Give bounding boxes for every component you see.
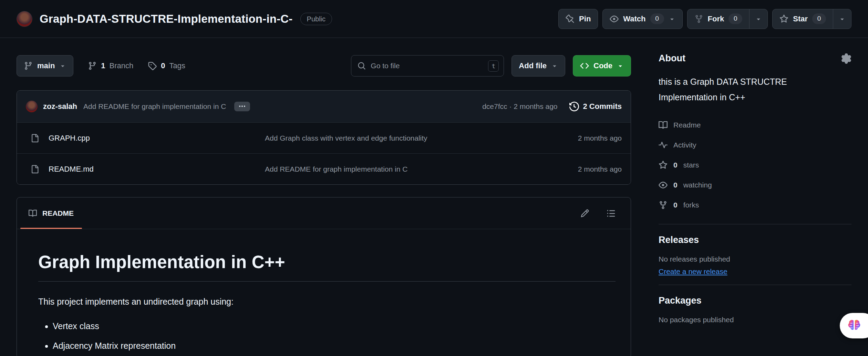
readme-content: Graph Implementation in C++ This project… bbox=[17, 229, 631, 356]
code-label: Code bbox=[593, 61, 612, 70]
commit-author[interactable]: zoz-salah bbox=[43, 102, 77, 111]
star-dropdown-button[interactable] bbox=[833, 9, 851, 29]
file-commit-time: 2 months ago bbox=[560, 165, 622, 173]
git-branch-icon bbox=[24, 61, 33, 70]
code-button[interactable]: Code bbox=[573, 55, 631, 77]
watch-button[interactable]: Watch 0 bbox=[602, 9, 682, 29]
sidebar-item-stars[interactable]: 0 stars bbox=[659, 155, 851, 175]
file-icon bbox=[31, 165, 39, 173]
commit-meta[interactable]: dce7fcc · 2 months ago bbox=[482, 102, 557, 111]
packages-empty-text: No packages published bbox=[659, 316, 851, 324]
eye-icon bbox=[610, 14, 619, 23]
list-unordered-icon bbox=[607, 209, 616, 218]
branches-label: Branch bbox=[110, 61, 134, 70]
pulse-icon bbox=[659, 141, 668, 150]
star-icon bbox=[779, 14, 788, 23]
star-label: Star bbox=[793, 14, 808, 23]
shortcut-key-hint: t bbox=[488, 60, 499, 72]
go-to-file-input[interactable] bbox=[371, 62, 488, 70]
edit-about-button[interactable] bbox=[841, 53, 851, 64]
repo-header: Graph-DATA-STRUCTRE-Implementation-in-C-… bbox=[0, 0, 868, 38]
book-icon bbox=[659, 121, 668, 130]
fork-label: Fork bbox=[708, 14, 724, 23]
divider bbox=[659, 224, 851, 224]
gear-icon bbox=[841, 53, 851, 64]
visibility-badge: Public bbox=[300, 13, 332, 25]
releases-empty-text: No releases published bbox=[659, 255, 851, 263]
commit-history-link[interactable]: 2 Commits bbox=[569, 102, 622, 111]
go-to-file-box: t bbox=[351, 55, 504, 77]
outline-list-button[interactable] bbox=[607, 209, 616, 218]
history-icon bbox=[569, 102, 579, 111]
sidebar-item-watching[interactable]: 0 watching bbox=[659, 175, 851, 195]
pencil-icon bbox=[580, 209, 589, 218]
chevron-down-icon bbox=[669, 16, 675, 22]
repo-name[interactable]: Graph-DATA-STRUCTRE-Implementation-in-C- bbox=[40, 12, 293, 26]
packages-title: Packages bbox=[659, 295, 851, 306]
file-commit-message[interactable]: Add README for graph implementation in C bbox=[265, 165, 560, 173]
chevron-down-icon bbox=[617, 62, 624, 69]
add-file-label: Add file bbox=[519, 61, 547, 70]
sidebar-link-label: Activity bbox=[673, 141, 696, 149]
search-icon bbox=[358, 62, 366, 70]
star-split-button: Star 0 bbox=[772, 9, 851, 29]
table-row[interactable]: README.md Add README for graph implement… bbox=[17, 153, 631, 184]
assistant-widget-button[interactable] bbox=[840, 313, 868, 338]
add-file-button[interactable]: Add file bbox=[512, 55, 565, 77]
branches-count: 1 bbox=[101, 61, 105, 70]
eye-icon bbox=[659, 181, 668, 190]
sidebar-link-label: watching bbox=[683, 181, 712, 189]
sidebar-item-forks[interactable]: 0 forks bbox=[659, 195, 851, 215]
create-release-link[interactable]: Create a new release bbox=[659, 267, 727, 276]
kebab-horizontal-icon bbox=[238, 103, 246, 110]
fork-count: 0 bbox=[728, 13, 742, 24]
commit-author-avatar[interactable] bbox=[26, 101, 38, 112]
readme-intro: This project implements an undirected gr… bbox=[38, 297, 616, 307]
branch-name: main bbox=[37, 61, 55, 70]
table-row[interactable]: GRAPH.cpp Add Graph class with vertex an… bbox=[17, 122, 631, 153]
file-name-link[interactable]: GRAPH.cpp bbox=[49, 134, 90, 143]
brain-icon bbox=[847, 319, 862, 333]
commits-count-label: 2 Commits bbox=[583, 102, 622, 111]
commit-kebab-button[interactable] bbox=[234, 102, 250, 111]
readme-tab-label: README bbox=[42, 209, 74, 217]
tab-readme[interactable]: README bbox=[17, 197, 85, 229]
repo-sidebar: About this is a Graph DATA STRUCTRE Impl… bbox=[659, 38, 851, 356]
edit-readme-button[interactable] bbox=[580, 209, 589, 218]
chevron-down-icon bbox=[59, 62, 66, 69]
about-description: this is a Graph DATA STRUCTRE Implementa… bbox=[659, 74, 820, 105]
commit-message[interactable]: Add README for graph implementation in C bbox=[83, 102, 226, 111]
pin-label: Pin bbox=[579, 14, 591, 23]
tag-icon bbox=[148, 61, 157, 70]
readme-title: Graph Implementation in C++ bbox=[38, 252, 616, 282]
branches-link[interactable]: 1 Branch bbox=[88, 61, 133, 70]
sidebar-item-readme[interactable]: Readme bbox=[659, 115, 851, 135]
branch-selector[interactable]: main bbox=[17, 55, 73, 77]
file-commit-message[interactable]: Add Graph class with vertex and edge fun… bbox=[265, 134, 560, 142]
book-icon bbox=[29, 209, 37, 217]
fork-icon bbox=[694, 14, 703, 23]
about-title: About bbox=[659, 53, 685, 64]
pin-icon bbox=[566, 14, 575, 23]
fork-dropdown-button[interactable] bbox=[749, 9, 767, 29]
file-name-link[interactable]: README.md bbox=[49, 165, 94, 174]
chevron-down-icon bbox=[551, 62, 558, 69]
owner-avatar[interactable] bbox=[17, 11, 32, 27]
file-commit-time: 2 months ago bbox=[560, 134, 622, 142]
readme-bullet: Vertex class bbox=[53, 321, 616, 331]
tags-label: Tags bbox=[169, 61, 185, 70]
sidebar-link-label: Readme bbox=[673, 121, 701, 129]
star-count: 0 bbox=[812, 13, 826, 24]
fork-split-button: Fork 0 bbox=[687, 9, 768, 29]
fork-icon bbox=[659, 201, 668, 210]
star-button[interactable]: Star 0 bbox=[773, 9, 833, 29]
pin-button[interactable]: Pin bbox=[558, 9, 598, 29]
chevron-down-icon bbox=[839, 16, 846, 22]
fork-button[interactable]: Fork 0 bbox=[688, 9, 750, 29]
watch-label: Watch bbox=[623, 14, 645, 23]
releases-title: Releases bbox=[659, 235, 851, 245]
tags-link[interactable]: 0 Tags bbox=[148, 61, 185, 70]
code-icon bbox=[580, 61, 589, 70]
sidebar-item-activity[interactable]: Activity bbox=[659, 135, 851, 155]
repo-toolbar: main 1 Branch 0 Tags t bbox=[17, 55, 631, 77]
